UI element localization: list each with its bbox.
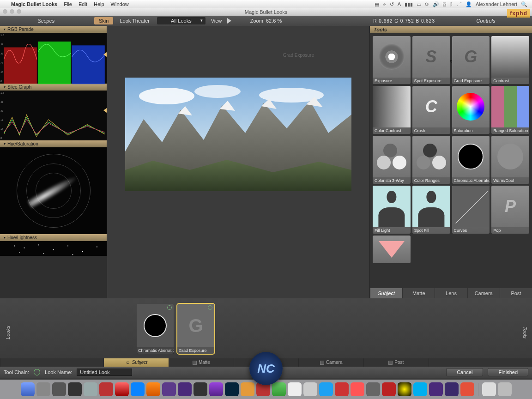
power-icon[interactable] bbox=[167, 305, 172, 310]
power-icon[interactable] bbox=[208, 305, 212, 310]
menu-file[interactable]: File bbox=[64, 1, 72, 7]
tool-color-contrast[interactable]: Color Contrast bbox=[373, 86, 411, 134]
dock-app-icon[interactable] bbox=[366, 382, 380, 396]
dock-app-icon[interactable] bbox=[272, 382, 286, 396]
status-icon[interactable]: ▤ bbox=[375, 1, 379, 7]
play-icon[interactable] bbox=[227, 18, 231, 24]
look-name-input[interactable] bbox=[77, 369, 132, 376]
dock-app-icon[interactable] bbox=[241, 382, 254, 396]
dock-app-icon[interactable] bbox=[398, 382, 411, 396]
dock-app-icon[interactable] bbox=[146, 382, 160, 396]
dock-app-icon[interactable] bbox=[52, 382, 66, 396]
dock-app-icon[interactable] bbox=[99, 382, 113, 396]
menu-edit[interactable]: Edit bbox=[79, 1, 87, 7]
volume-icon[interactable]: 🔊 bbox=[433, 1, 439, 7]
svg-point-8 bbox=[82, 251, 83, 252]
display-icon[interactable]: ▭ bbox=[417, 1, 421, 7]
tab-camera[interactable]: Camera bbox=[467, 288, 500, 298]
skin-button[interactable]: Skin bbox=[94, 17, 113, 24]
battery-icon[interactable]: ⌼ bbox=[443, 1, 446, 7]
dock-app-icon[interactable] bbox=[178, 382, 192, 396]
dock-app-icon[interactable] bbox=[131, 382, 145, 396]
dock-app-icon[interactable] bbox=[482, 382, 496, 396]
dock-app-icon[interactable] bbox=[68, 382, 82, 396]
chain-item-grad-exposure[interactable]: G Grad Exposure bbox=[177, 304, 214, 354]
tool-ranged-saturation[interactable]: Ranged Saturation bbox=[491, 86, 529, 134]
chain-right-label[interactable]: Tools bbox=[522, 326, 528, 339]
finished-button[interactable]: Finished bbox=[488, 368, 528, 376]
view-button[interactable]: View bbox=[208, 18, 225, 24]
dock-app-icon[interactable] bbox=[21, 382, 35, 396]
preview-viewport[interactable]: ↖ Grad Exposure bbox=[107, 26, 369, 298]
chain-tab-matte[interactable]: Matte bbox=[169, 358, 234, 367]
window-traffic-lights[interactable] bbox=[3, 9, 21, 14]
tool-crush[interactable]: CCrush bbox=[412, 86, 450, 134]
tool-spot-fill[interactable]: Spot Fill bbox=[412, 186, 450, 234]
dropbox-icon[interactable]: ⟐ bbox=[383, 1, 386, 7]
dock-app-icon[interactable] bbox=[209, 382, 223, 396]
tool-pop[interactable]: PPop bbox=[491, 186, 529, 234]
tab-matte[interactable]: Matte bbox=[402, 288, 435, 298]
dock-app-icon[interactable] bbox=[498, 382, 512, 396]
tool-grid: Exposure SSpot Exposure GGrad Exposure C… bbox=[370, 33, 532, 288]
all-looks-dropdown[interactable]: All Looks bbox=[157, 17, 206, 24]
dock-app-icon[interactable] bbox=[413, 382, 427, 396]
tool-curves[interactable]: Curves bbox=[452, 186, 490, 234]
dock-app-icon[interactable] bbox=[225, 382, 239, 396]
app-name[interactable]: Magic Bullet Looks bbox=[11, 1, 57, 7]
tool-color-ranges[interactable]: Color Ranges bbox=[412, 136, 450, 184]
scope-marker-icon[interactable] bbox=[103, 108, 107, 113]
menu-window[interactable]: Window bbox=[111, 1, 129, 7]
power-icon[interactable] bbox=[34, 369, 40, 375]
scope-header-rgb-parade[interactable]: RGB Parade bbox=[0, 26, 107, 33]
tool-warm-cool[interactable]: Warm/Cool bbox=[491, 136, 529, 184]
tool-grad-exposure[interactable]: GGrad Exposure bbox=[452, 36, 490, 84]
chain-item-chromatic[interactable]: Chromatic Aberration bbox=[137, 304, 174, 354]
dock-app-icon[interactable] bbox=[84, 382, 97, 396]
dock-app-icon[interactable] bbox=[36, 382, 50, 396]
dock-app-icon[interactable] bbox=[288, 382, 302, 396]
chain-tab-post[interactable]: Post bbox=[363, 358, 429, 367]
wifi-icon[interactable]: ⋰ bbox=[457, 1, 462, 7]
chain-tab-camera[interactable]: Camera bbox=[298, 358, 363, 367]
chain-tab-subject[interactable]: Subject bbox=[103, 358, 169, 367]
tool-chromatic-aberration[interactable]: Chromatic Aberration bbox=[452, 136, 490, 184]
tab-subject[interactable]: Subject bbox=[370, 288, 402, 298]
dock-app-icon[interactable] bbox=[445, 382, 459, 396]
dock-app-icon[interactable] bbox=[193, 382, 207, 396]
tool-fill-light[interactable]: Fill Light bbox=[373, 186, 411, 234]
zoom-readout[interactable]: Zoom: 62.6 % bbox=[250, 18, 282, 24]
dock-app-icon[interactable] bbox=[351, 382, 364, 396]
cloud-icon[interactable]: ↺ bbox=[390, 1, 394, 7]
dock-app-icon[interactable] bbox=[382, 382, 396, 396]
tool-colorista-3way[interactable]: Colorista 3-Way bbox=[373, 136, 411, 184]
tool-exposure[interactable]: Exposure bbox=[373, 36, 411, 84]
look-theater-label[interactable]: Look Theater bbox=[115, 18, 154, 24]
dock-app-icon[interactable] bbox=[303, 382, 317, 396]
tool-contrast[interactable]: Contrast bbox=[491, 36, 529, 84]
cancel-button[interactable]: Cancel bbox=[446, 368, 483, 376]
tool-spot-exposure[interactable]: SSpot Exposure bbox=[412, 36, 450, 84]
dock-app-icon[interactable] bbox=[115, 382, 129, 396]
user-name[interactable]: Alexander Lehnert bbox=[476, 1, 517, 7]
user-icon[interactable]: 👤 bbox=[466, 1, 472, 7]
dock-app-icon[interactable] bbox=[162, 382, 176, 396]
scope-marker-icon[interactable] bbox=[103, 52, 107, 57]
signal-icon[interactable]: ▮▮▮ bbox=[405, 1, 413, 7]
spotlight-icon[interactable]: 🔍 bbox=[521, 1, 527, 7]
dock-app-icon[interactable] bbox=[429, 382, 443, 396]
dock-app-icon[interactable] bbox=[335, 382, 349, 396]
adobe-icon[interactable]: A bbox=[398, 1, 401, 7]
tab-lens[interactable]: Lens bbox=[435, 288, 467, 298]
menu-help[interactable]: Help bbox=[94, 1, 104, 7]
dock-app-icon[interactable] bbox=[460, 382, 474, 396]
tool-saturation[interactable]: Saturation bbox=[452, 86, 490, 134]
bluetooth-icon[interactable]: ᛒ bbox=[450, 1, 453, 7]
scope-header-hue-lightness[interactable]: Hue/Lightness bbox=[0, 234, 107, 241]
aperture-icon bbox=[379, 44, 405, 70]
tool-extra[interactable] bbox=[373, 236, 411, 263]
dock-app-icon[interactable] bbox=[319, 382, 333, 396]
chain-left-label[interactable]: Looks bbox=[5, 326, 11, 339]
sync-icon[interactable]: ⟳ bbox=[425, 1, 429, 7]
tab-post[interactable]: Post bbox=[500, 288, 532, 298]
